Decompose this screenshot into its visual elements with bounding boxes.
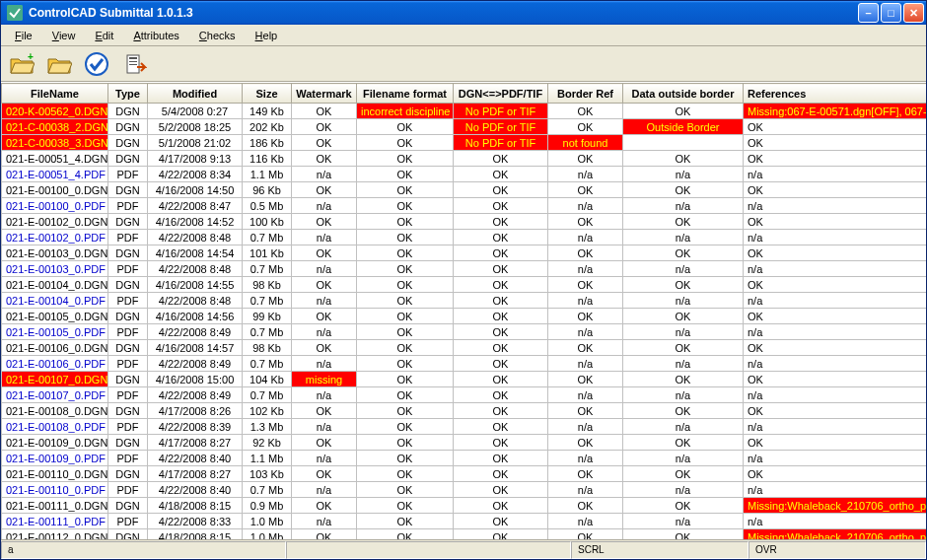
table-row[interactable]: 021-E-00051_4.DGNDGN4/17/2008 9:13116 Kb… bbox=[2, 151, 927, 167]
cell-filename: 021-C-00038_2.DGN bbox=[2, 119, 108, 135]
cell-size: 101 Kb bbox=[243, 245, 292, 261]
col-header-6[interactable]: DGN<=>PDF/TIF bbox=[454, 84, 548, 104]
cell-size: 100 Kb bbox=[243, 214, 292, 230]
table-row[interactable]: 021-E-00107_0.DGNDGN4/16/2008 15:00104 K… bbox=[2, 372, 927, 387]
cell-pdf: OK bbox=[454, 214, 548, 230]
table-row[interactable]: 021-E-00102_0.DGNDGN4/16/2008 14:52100 K… bbox=[2, 214, 927, 230]
menu-help[interactable]: Help bbox=[248, 28, 286, 43]
cell-modified: 4/17/2008 9:13 bbox=[148, 151, 243, 167]
maximize-button[interactable]: □ bbox=[881, 3, 901, 23]
col-header-7[interactable]: Border Ref bbox=[548, 84, 623, 104]
table-row[interactable]: 020-K-00562_0.DGNDGN5/4/2008 0:27149 KbO… bbox=[2, 104, 927, 119]
minimize-button[interactable]: – bbox=[858, 3, 879, 23]
table-row[interactable]: 021-E-00110_0.DGNDGN4/17/2008 8:27103 Kb… bbox=[2, 466, 927, 482]
cell-watermark: OK bbox=[292, 151, 357, 167]
cell-watermark: OK bbox=[292, 182, 357, 198]
cell-type: DGN bbox=[108, 309, 148, 324]
cell-filename-format: OK bbox=[357, 466, 454, 482]
cell-modified: 4/16/2008 14:54 bbox=[148, 245, 243, 261]
cell-modified: 4/18/2008 8:15 bbox=[148, 498, 243, 514]
menu-attributes[interactable]: Attributes bbox=[125, 28, 186, 43]
cell-pdf: No PDF or TIF bbox=[454, 135, 548, 151]
menu-view[interactable]: View bbox=[44, 28, 84, 43]
cell-pdf: OK bbox=[454, 277, 548, 293]
table-row[interactable]: 021-E-00102_0.PDFPDF4/22/2008 8:480.7 Mb… bbox=[2, 230, 927, 245]
close-button[interactable]: ✕ bbox=[903, 3, 924, 23]
cell-size: 99 Kb bbox=[243, 309, 292, 324]
table-row[interactable]: 021-E-00108_0.DGNDGN4/17/2008 8:26102 Kb… bbox=[2, 403, 927, 419]
cell-size: 103 Kb bbox=[243, 466, 292, 482]
col-header-1[interactable]: Type bbox=[108, 84, 148, 104]
status-ovr: OVR bbox=[749, 541, 926, 559]
table-row[interactable]: 021-E-00105_0.PDFPDF4/22/2008 8:490.7 Mb… bbox=[2, 324, 927, 340]
content-area[interactable]: FileNameTypeModifiedSizeWatermarkFilenam… bbox=[1, 82, 926, 539]
cell-size: 1.1 Mb bbox=[243, 167, 292, 182]
cell-modified: 4/22/2008 8:49 bbox=[148, 324, 243, 340]
cell-filename-format: OK bbox=[357, 214, 454, 230]
table-row[interactable]: 021-E-00100_0.DGNDGN4/16/2008 14:5096 Kb… bbox=[2, 182, 927, 198]
col-header-5[interactable]: Filename format bbox=[357, 84, 454, 104]
table-row[interactable]: 021-E-00112_0.DGNDGN4/18/2008 8:151.0 Mb… bbox=[2, 529, 927, 540]
table-row[interactable]: 021-E-00106_0.PDFPDF4/22/2008 8:490.7 Mb… bbox=[2, 356, 927, 372]
cell-filename-format: OK bbox=[357, 135, 454, 151]
table-row[interactable]: 021-E-00100_0.PDFPDF4/22/2008 8:470.5 Mb… bbox=[2, 198, 927, 214]
cell-watermark: OK bbox=[292, 403, 357, 419]
cell-filename-format: OK bbox=[357, 293, 454, 309]
cell-data-outside-border: n/a bbox=[623, 198, 744, 214]
table-row[interactable]: 021-E-00105_0.DGNDGN4/16/2008 14:5699 Kb… bbox=[2, 309, 927, 324]
col-header-9[interactable]: References bbox=[744, 84, 927, 104]
cell-filename: 021-E-00102_0.PDF bbox=[2, 230, 108, 245]
cell-size: 102 Kb bbox=[243, 403, 292, 419]
cell-modified: 4/22/2008 8:40 bbox=[148, 451, 243, 466]
cell-type: DGN bbox=[108, 340, 148, 356]
data-table[interactable]: FileNameTypeModifiedSizeWatermarkFilenam… bbox=[1, 83, 926, 539]
table-row[interactable]: 021-E-00109_0.PDFPDF4/22/2008 8:401.1 Mb… bbox=[2, 451, 927, 466]
table-row[interactable]: 021-C-00038_2.DGNDGN5/2/2008 18:25202 Kb… bbox=[2, 119, 927, 135]
table-row[interactable]: 021-E-00103_0.DGNDGN4/16/2008 14:54101 K… bbox=[2, 245, 927, 261]
table-row[interactable]: 021-E-00103_0.PDFPDF4/22/2008 8:480.7 Mb… bbox=[2, 261, 927, 277]
cell-data-outside-border: n/a bbox=[623, 514, 744, 529]
cell-size: 0.7 Mb bbox=[243, 293, 292, 309]
cell-border-ref: OK bbox=[548, 340, 623, 356]
table-row[interactable]: 021-E-00106_0.DGNDGN4/16/2008 14:5798 Kb… bbox=[2, 340, 927, 356]
table-row[interactable]: 021-E-00111_0.DGNDGN4/18/2008 8:150.9 Mb… bbox=[2, 498, 927, 514]
table-row[interactable]: 021-E-00110_0.PDFPDF4/22/2008 8:400.7 Mb… bbox=[2, 482, 927, 498]
table-row[interactable]: 021-C-00038_3.DGNDGN5/1/2008 21:02186 Kb… bbox=[2, 135, 927, 151]
titlebar[interactable]: ControlCAD Submittal 1.0.1.3 – □ ✕ bbox=[1, 1, 926, 25]
col-header-2[interactable]: Modified bbox=[148, 84, 243, 104]
cell-modified: 4/22/2008 8:40 bbox=[148, 482, 243, 498]
check-button[interactable] bbox=[82, 49, 111, 79]
cell-size: 0.7 Mb bbox=[243, 387, 292, 403]
cell-border-ref: n/a bbox=[548, 261, 623, 277]
table-row[interactable]: 021-E-00104_0.DGNDGN4/16/2008 14:5598 Kb… bbox=[2, 277, 927, 293]
cell-references: OK bbox=[744, 340, 927, 356]
cell-border-ref: n/a bbox=[548, 198, 623, 214]
table-row[interactable]: 021-E-00104_0.PDFPDF4/22/2008 8:480.7 Mb… bbox=[2, 293, 927, 309]
cell-pdf: OK bbox=[454, 245, 548, 261]
cell-type: PDF bbox=[108, 261, 148, 277]
col-header-3[interactable]: Size bbox=[243, 84, 292, 104]
cell-pdf: OK bbox=[454, 230, 548, 245]
table-row[interactable]: 021-E-00111_0.PDFPDF4/22/2008 8:331.0 Mb… bbox=[2, 514, 927, 529]
menu-checks[interactable]: Checks bbox=[191, 28, 244, 43]
cell-pdf: OK bbox=[454, 419, 548, 435]
open-folder-add-button[interactable]: + bbox=[7, 49, 36, 79]
cell-type: DGN bbox=[108, 245, 148, 261]
cell-filename-format: OK bbox=[357, 277, 454, 293]
col-header-8[interactable]: Data outside border bbox=[623, 84, 744, 104]
table-row[interactable]: 021-E-00108_0.PDFPDF4/22/2008 8:391.3 Mb… bbox=[2, 419, 927, 435]
col-header-0[interactable]: FileName bbox=[2, 84, 108, 104]
table-row[interactable]: 021-E-00107_0.PDFPDF4/22/2008 8:490.7 Mb… bbox=[2, 387, 927, 403]
menu-file[interactable]: File bbox=[7, 28, 40, 43]
cell-border-ref: OK bbox=[548, 119, 623, 135]
cell-filename: 021-E-00051_4.PDF bbox=[2, 167, 108, 182]
cell-filename: 021-E-00105_0.PDF bbox=[2, 324, 108, 340]
table-row[interactable]: 021-E-00109_0.DGNDGN4/17/2008 8:2792 KbO… bbox=[2, 435, 927, 451]
col-header-4[interactable]: Watermark bbox=[292, 84, 357, 104]
cell-filename-format: incorrect discipline bbox=[357, 104, 454, 119]
cell-filename: 021-E-00051_4.DGN bbox=[2, 151, 108, 167]
open-folder-button[interactable] bbox=[44, 49, 74, 79]
export-button[interactable] bbox=[119, 49, 149, 79]
menu-edit[interactable]: Edit bbox=[87, 28, 121, 43]
table-row[interactable]: 021-E-00051_4.PDFPDF4/22/2008 8:341.1 Mb… bbox=[2, 167, 927, 182]
